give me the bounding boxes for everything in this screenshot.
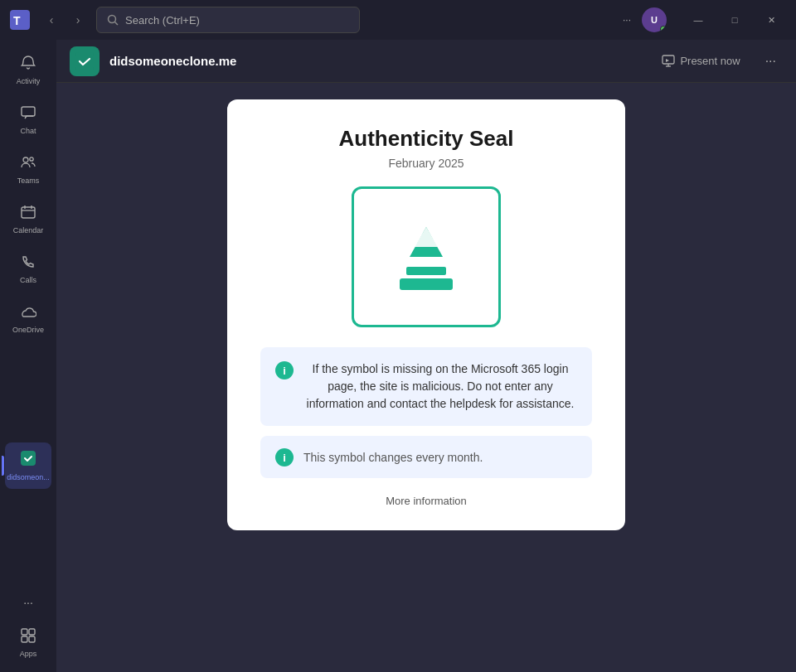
- main-content: didsomeoneclone.me Present now ··· Authe…: [56, 40, 796, 672]
- sidebar-item-teams[interactable]: Teams: [5, 146, 51, 192]
- svg-rect-17: [663, 56, 674, 64]
- svg-marker-24: [415, 227, 438, 247]
- sidebar-more-dots[interactable]: ···: [17, 589, 40, 616]
- svg-rect-11: [21, 451, 36, 466]
- onedrive-icon: [20, 303, 36, 324]
- svg-point-2: [109, 16, 116, 23]
- sidebar-item-calls[interactable]: Calls: [5, 245, 51, 292]
- sidebar-item-apps[interactable]: Apps: [5, 619, 51, 665]
- svg-text:T: T: [13, 14, 21, 27]
- calendar-icon: [20, 204, 36, 225]
- content-area: Authenticity Seal February 2025: [56, 83, 796, 672]
- app-title: didsomeoneclone.me: [109, 54, 236, 68]
- forward-button[interactable]: ›: [66, 8, 90, 31]
- svg-rect-20: [400, 278, 453, 290]
- chat-icon: [20, 104, 36, 125]
- authenticity-card: Authenticity Seal February 2025: [227, 99, 625, 530]
- header-more-button[interactable]: ···: [759, 51, 783, 72]
- teams-icon: [20, 154, 36, 175]
- sidebar-item-calendar[interactable]: Calendar: [5, 196, 51, 242]
- info-icon-1: i: [275, 361, 294, 380]
- svg-rect-13: [29, 629, 35, 635]
- info-icon-2: i: [275, 448, 294, 467]
- apps-icon: [20, 627, 36, 648]
- minimize-button[interactable]: —: [680, 7, 716, 33]
- svg-rect-16: [75, 52, 94, 70]
- present-icon: [662, 55, 675, 68]
- search-icon: [107, 14, 119, 26]
- svg-rect-14: [22, 636, 27, 642]
- close-button[interactable]: ✕: [753, 7, 789, 33]
- svg-rect-7: [22, 207, 35, 218]
- sidebar-item-didsomeon[interactable]: didsomeon...: [5, 442, 51, 489]
- activity-icon: [20, 55, 36, 75]
- sidebar-apps-label: Apps: [20, 650, 37, 658]
- app-icon: [70, 46, 100, 76]
- info-text-1: If the symbol is missing on the Microsof…: [303, 360, 577, 413]
- svg-point-6: [30, 157, 33, 160]
- sidebar-chat-label: Chat: [20, 128, 36, 135]
- info-box-2: i This symbol changes every month.: [260, 436, 592, 478]
- svg-rect-22: [410, 257, 443, 263]
- app-header: didsomeoneclone.me Present now ···: [56, 40, 796, 83]
- svg-rect-12: [22, 629, 27, 635]
- seal-symbol-box: [352, 186, 501, 327]
- didsomeon-icon: [19, 449, 37, 471]
- sidebar-item-onedrive[interactable]: OneDrive: [5, 295, 51, 341]
- sidebar-calls-label: Calls: [20, 277, 36, 284]
- info-text-2: This symbol changes every month.: [303, 451, 483, 464]
- card-subtitle: February 2025: [388, 157, 464, 170]
- svg-rect-15: [29, 636, 35, 642]
- calls-icon: [20, 254, 36, 274]
- svg-rect-21: [406, 267, 446, 275]
- app-body: Activity Chat Teams: [0, 40, 796, 672]
- back-button[interactable]: ‹: [40, 8, 63, 31]
- titlebar-actions: ··· U: [615, 7, 667, 32]
- more-options-button[interactable]: ···: [615, 8, 638, 31]
- present-label: Present now: [680, 55, 740, 67]
- card-title: Authenticity Seal: [339, 126, 514, 152]
- sidebar-didsomeon-label: didsomeon...: [7, 474, 50, 481]
- sidebar-calendar-label: Calendar: [13, 227, 44, 234]
- present-now-button[interactable]: Present now: [653, 50, 748, 73]
- svg-line-3: [115, 22, 119, 26]
- cone-symbol: [385, 215, 468, 298]
- user-avatar[interactable]: U: [642, 7, 667, 32]
- maximize-button[interactable]: □: [716, 7, 753, 33]
- sidebar-teams-label: Teams: [17, 177, 40, 185]
- more-info-link[interactable]: More information: [386, 495, 467, 507]
- svg-point-5: [23, 157, 28, 162]
- sidebar-activity-label: Activity: [17, 78, 41, 85]
- sidebar-item-activity[interactable]: Activity: [5, 46, 51, 93]
- search-placeholder: Search (Ctrl+E): [125, 14, 200, 27]
- nav-arrows: ‹ ›: [40, 8, 90, 31]
- search-bar[interactable]: Search (Ctrl+E): [96, 7, 360, 33]
- svg-rect-4: [22, 107, 35, 116]
- sidebar-item-chat[interactable]: Chat: [5, 96, 51, 143]
- avatar-status: [660, 26, 667, 32]
- info-box-1: i If the symbol is missing on the Micros…: [260, 347, 592, 426]
- titlebar: T ‹ › Search (Ctrl+E) ··· U — □ ✕: [0, 0, 796, 40]
- sidebar: Activity Chat Teams: [0, 40, 56, 672]
- sidebar-onedrive-label: OneDrive: [12, 326, 44, 334]
- teams-logo-icon: T: [7, 7, 33, 33]
- window-controls: — □ ✕: [680, 7, 789, 33]
